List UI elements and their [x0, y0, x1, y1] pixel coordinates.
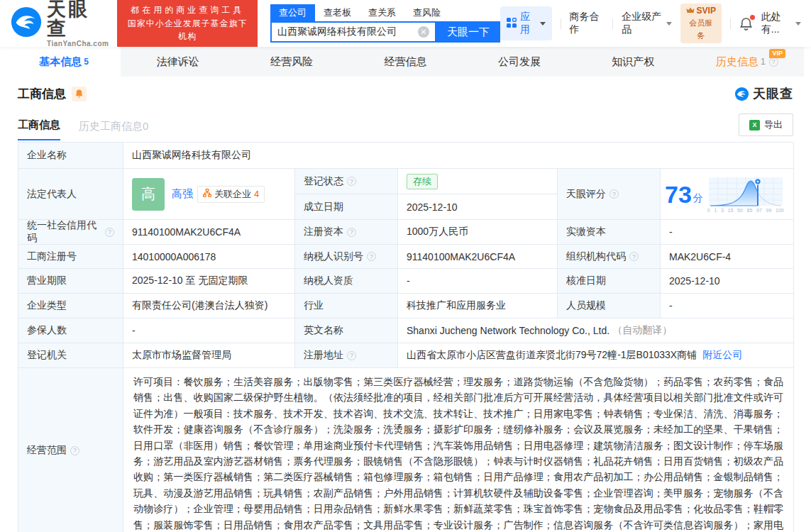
- tab-business-info[interactable]: 经营信息: [348, 47, 462, 77]
- tab-legal-litigation[interactable]: 法律诉讼: [121, 47, 234, 77]
- grid-icon: [507, 18, 517, 30]
- field-label: 参保人数: [18, 318, 123, 343]
- menu-more[interactable]: 此处有...: [761, 11, 801, 36]
- legal-rep-link[interactable]: 高强: [172, 187, 193, 201]
- avatar[interactable]: 高: [132, 178, 165, 211]
- brand-slogan: 都在用的商业查询工具 国家中小企业发展子基金旗下机构: [117, 0, 258, 47]
- search-area: 查公司 查老板 查关系 查风险 ✕ 天眼一下: [270, 4, 500, 43]
- search-tab-risk[interactable]: 查风险: [404, 4, 449, 21]
- reg-number-value: 14010000A006178: [123, 245, 295, 269]
- divider: [730, 18, 731, 29]
- field-label: 法定代表人: [18, 169, 123, 220]
- help-icon[interactable]: ?: [347, 228, 356, 237]
- search-tab-relation[interactable]: 查关系: [360, 4, 404, 21]
- excel-icon: X: [749, 120, 760, 131]
- help-icon[interactable]: ?: [347, 351, 356, 360]
- field-label: 营业期限: [18, 269, 123, 294]
- field-label: 成立日期: [295, 194, 398, 220]
- help-icon[interactable]: ?: [105, 228, 114, 237]
- taxpayer-quality-value: -: [398, 269, 558, 294]
- field-label: 天眼评分?: [558, 169, 661, 220]
- help-icon[interactable]: ?: [769, 57, 778, 67]
- help-icon[interactable]: ?: [609, 189, 619, 199]
- field-label: 工商注册号: [18, 245, 123, 269]
- industry-value: 科技推广和应用服务业: [398, 294, 558, 318]
- top-header: 天眼查 TianYanCha.com 都在用的商业查询工具 国家中小企业发展子基…: [0, 0, 811, 47]
- notification-dot: [750, 15, 755, 20]
- tab-intellectual-property[interactable]: 知识产权: [576, 47, 690, 77]
- field-label: 行业: [295, 294, 398, 318]
- brand-name: 天眼查: [47, 0, 109, 38]
- field-label: 纳税人资质: [295, 269, 398, 294]
- field-label: 经营范围?: [18, 368, 123, 532]
- notification-bell-icon[interactable]: [739, 17, 753, 31]
- clear-icon[interactable]: ✕: [418, 26, 429, 38]
- tab-history-info[interactable]: 历史信息1 ? VIP: [690, 47, 804, 77]
- org-code-value: MAK2U6CF-4: [661, 245, 794, 269]
- company-type-value: 有限责任公司(港澳台法人独资): [123, 294, 295, 318]
- field-label: 核准日期: [558, 269, 661, 294]
- apps-menu[interactable]: 应用: [500, 6, 552, 40]
- subtab-history-registration[interactable]: 历史工商信息0: [79, 120, 148, 140]
- nearby-companies-link[interactable]: 附近公司: [702, 349, 742, 362]
- paid-capital-value: -: [661, 220, 794, 245]
- business-info-table: 企业名称 山西聚诚网络科技有限公司 法定代表人 高 高强 关联企业 4 登记状态…: [18, 142, 793, 532]
- divider: [612, 18, 613, 29]
- reg-address-value: 山西省太原市小店区营盘街道亲贤北街79号72幢-1层B01033X商铺 附近公司: [398, 343, 794, 368]
- field-label: 企业类型: [18, 294, 123, 318]
- monitor-bell-icon[interactable]: [72, 87, 87, 101]
- staff-size-value: -: [661, 294, 794, 318]
- field-label: 注册资本?: [295, 220, 398, 245]
- search-button[interactable]: 天眼一下: [436, 21, 500, 43]
- export-button[interactable]: X 导出: [739, 113, 793, 136]
- field-label: 登记机关: [18, 343, 123, 368]
- status-badge: 存续: [407, 174, 438, 189]
- org-chart-icon: [203, 189, 211, 199]
- chevron-down-icon: [540, 22, 546, 26]
- credit-code-value: 91140100MAK2U6CF4A: [123, 220, 295, 245]
- tab-operational-risk[interactable]: 经营风险: [235, 47, 348, 77]
- field-label: 组织机构代码?: [558, 245, 661, 269]
- field-label: 统一社会信用代码?: [18, 220, 123, 245]
- vip-badge: VIP: [769, 49, 785, 58]
- section-title: 工商信息: [18, 86, 66, 102]
- svip-member-service[interactable]: SVIP 会员服务: [680, 4, 722, 43]
- tianyan-score-cell[interactable]: 73分: [661, 169, 794, 220]
- tab-company-development[interactable]: 公司发展: [463, 47, 576, 77]
- help-icon[interactable]: ?: [629, 252, 639, 261]
- company-name-value: 山西聚诚网络科技有限公司: [123, 143, 794, 169]
- chevron-down-icon: [795, 22, 801, 26]
- help-icon[interactable]: ?: [70, 446, 79, 455]
- field-label: 企业名称: [18, 143, 123, 169]
- business-term-value: 2025-12-10 至 无固定期限: [123, 269, 295, 294]
- tianyancha-logo[interactable]: 天眼查 TianYanCha.com: [10, 0, 109, 48]
- menu-enterprise-products[interactable]: 企业级产品: [622, 11, 671, 36]
- tab-basic-info[interactable]: 基本信息5: [7, 47, 121, 77]
- related-companies-badge[interactable]: 关联企业 4: [197, 186, 265, 203]
- watermark-logo: 天眼查: [734, 85, 793, 102]
- crown-icon: [686, 6, 695, 16]
- help-icon[interactable]: ?: [367, 252, 376, 261]
- english-name-value: Shanxi Jucheng Network Technology Co., L…: [398, 318, 794, 343]
- field-label: 登记状态?: [295, 169, 398, 194]
- insured-count-value: -: [123, 318, 295, 343]
- divider: [561, 18, 561, 29]
- reg-capital-value: 1000万人民币: [398, 220, 558, 245]
- brand-domain: TianYanCha.com: [47, 40, 109, 48]
- menu-business-cooperation[interactable]: 商务合作: [570, 11, 605, 36]
- taxpayer-id-value: 91140100MAK2U6CF4A: [398, 245, 558, 269]
- field-label: 人员规模: [558, 294, 661, 318]
- field-label: 注册地址?: [295, 343, 398, 368]
- chevron-down-icon: [666, 22, 672, 26]
- approval-date-value: 2025-12-10: [661, 269, 794, 294]
- field-label: 英文名称: [295, 318, 398, 343]
- search-input[interactable]: [272, 26, 418, 38]
- search-tab-boss[interactable]: 查老板: [315, 4, 360, 21]
- subtab-business-registration[interactable]: 工商信息: [18, 118, 60, 140]
- score-curve-chart: 0131550859799100: [707, 176, 784, 213]
- field-label: 实缴资本: [558, 220, 661, 245]
- help-icon[interactable]: ?: [347, 177, 356, 186]
- search-tab-company[interactable]: 查公司: [270, 4, 315, 21]
- establish-date-value: 2025-12-10: [398, 194, 558, 220]
- company-nav-tabs: 基本信息5 法律诉讼 经营风险 经营信息 公司发展 知识产权 历史信息1 ? V…: [7, 47, 804, 77]
